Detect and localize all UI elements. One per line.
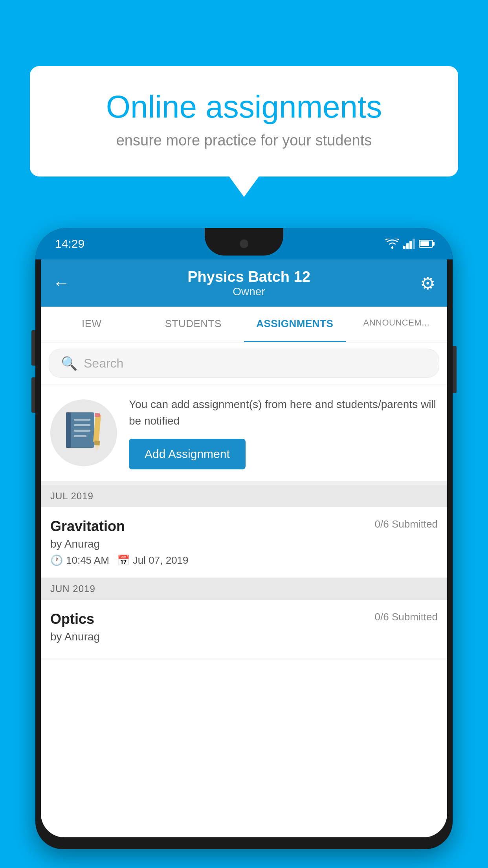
assignment-name-gravitation: Gravitation — [50, 518, 125, 535]
assignment-row1: Gravitation 0/6 Submitted — [50, 518, 438, 535]
notebook-icon — [62, 409, 105, 456]
add-assignment-button[interactable]: Add Assignment — [129, 439, 246, 469]
clock-icon: 🕐 — [50, 554, 63, 566]
phone-notch — [205, 228, 283, 256]
svg-marker-13 — [94, 445, 100, 451]
status-time: 14:29 — [55, 237, 84, 250]
assignment-meta-gravitation: 🕐 10:45 AM 📅 Jul 07, 2019 — [50, 554, 438, 566]
assignment-submitted-gravitation: 0/6 Submitted — [375, 518, 438, 530]
svg-rect-9 — [74, 430, 90, 432]
speech-bubble: Online assignments ensure more practice … — [30, 66, 458, 177]
header-subtitle: Owner — [78, 285, 420, 298]
search-placeholder: Search — [84, 356, 123, 371]
speech-bubble-container: Online assignments ensure more practice … — [30, 66, 458, 177]
svg-rect-4 — [413, 239, 415, 249]
search-container: 🔍 Search — [41, 342, 447, 384]
assignment-name-optics: Optics — [50, 611, 94, 627]
signal-icon — [403, 239, 415, 249]
search-bar[interactable]: 🔍 Search — [49, 349, 439, 378]
svg-rect-10 — [74, 435, 86, 437]
promo-icon — [50, 399, 117, 466]
status-bar: 14:29 — [35, 228, 453, 259]
tab-announcements[interactable]: ANNOUNCEM... — [346, 307, 448, 342]
assignment-item-gravitation[interactable]: Gravitation 0/6 Submitted by Anurag 🕐 10… — [41, 507, 447, 578]
app-header: ← Physics Batch 12 Owner ⚙ — [41, 259, 447, 307]
assignment-row1-optics: Optics 0/6 Submitted — [50, 611, 438, 627]
status-icons — [385, 239, 433, 249]
promo-text-block: You can add assignment(s) from here and … — [129, 396, 438, 469]
svg-point-0 — [391, 247, 393, 249]
svg-rect-2 — [406, 243, 409, 249]
header-title: Physics Batch 12 — [78, 268, 420, 285]
assignment-author-gravitation: by Anurag — [50, 538, 438, 550]
month-header-jul: JUL 2019 — [41, 485, 447, 507]
promo-section: You can add assignment(s) from here and … — [41, 384, 447, 485]
svg-rect-7 — [74, 419, 90, 421]
phone-screen: ← Physics Batch 12 Owner ⚙ IEW STUDENTS … — [41, 259, 447, 837]
tabs-bar: IEW STUDENTS ASSIGNMENTS ANNOUNCEM... — [41, 307, 447, 342]
side-button-left-1 — [31, 330, 35, 366]
tab-assignments[interactable]: ASSIGNMENTS — [244, 307, 346, 342]
assignment-time-gravitation: 🕐 10:45 AM — [50, 554, 109, 566]
search-icon: 🔍 — [61, 355, 77, 371]
assignment-author-optics: by Anurag — [50, 631, 438, 643]
calendar-icon: 📅 — [117, 554, 130, 566]
svg-rect-14 — [95, 413, 101, 417]
phone-container: 14:29 — [35, 228, 453, 868]
promo-description: You can add assignment(s) from here and … — [129, 396, 438, 429]
svg-rect-6 — [66, 412, 71, 448]
camera-dot — [240, 239, 248, 248]
side-button-right — [453, 346, 457, 393]
battery-icon — [419, 240, 433, 248]
tab-students[interactable]: STUDENTS — [143, 307, 244, 342]
back-button[interactable]: ← — [53, 273, 70, 293]
bubble-subtitle: ensure more practice for your students — [57, 132, 431, 149]
wifi-icon — [385, 239, 399, 249]
svg-rect-3 — [409, 241, 412, 249]
assignment-date-gravitation: 📅 Jul 07, 2019 — [117, 554, 189, 566]
settings-button[interactable]: ⚙ — [420, 273, 435, 293]
svg-rect-8 — [74, 424, 90, 426]
month-header-jun: JUN 2019 — [41, 578, 447, 600]
assignment-submitted-optics: 0/6 Submitted — [375, 611, 438, 623]
header-title-block: Physics Batch 12 Owner — [78, 268, 420, 298]
phone-outer: 14:29 — [35, 228, 453, 849]
assignment-item-optics[interactable]: Optics 0/6 Submitted by Anurag — [41, 600, 447, 658]
battery-fill — [420, 241, 429, 246]
svg-rect-1 — [403, 246, 405, 249]
side-button-left-2 — [31, 377, 35, 413]
bubble-title: Online assignments — [57, 90, 431, 124]
tab-iew[interactable]: IEW — [41, 307, 143, 342]
svg-rect-12 — [94, 440, 100, 445]
